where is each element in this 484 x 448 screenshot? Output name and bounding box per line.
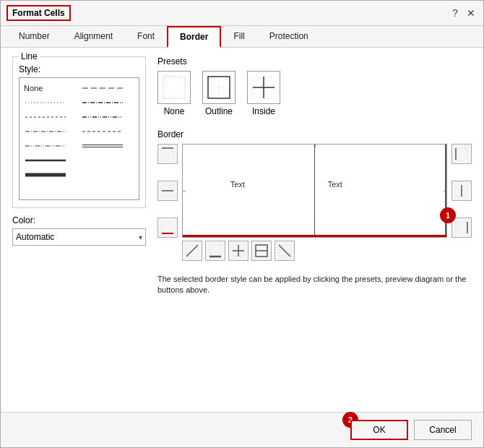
svg-rect-19 xyxy=(162,148,173,160)
tab-number[interactable]: Number xyxy=(7,26,62,48)
presets-section: Presets None xyxy=(157,56,472,119)
ok-button[interactable]: OK xyxy=(350,420,408,440)
line-styles-list[interactable]: None xyxy=(19,77,139,200)
color-value: Automatic xyxy=(16,232,54,242)
border-btn-center-h[interactable] xyxy=(228,241,249,261)
line-dash-dot[interactable] xyxy=(22,124,79,139)
preset-none-icon xyxy=(157,71,191,104)
color-section: Color: Automatic ▾ xyxy=(12,215,146,246)
border-btn-center-v[interactable] xyxy=(251,241,272,261)
presets-row: None Outline xyxy=(157,71,472,116)
border-btn-top[interactable] xyxy=(157,144,178,164)
line-slanted-dash-sample xyxy=(81,126,124,137)
preview-vert-line xyxy=(314,145,315,237)
border-btn-bottom[interactable] xyxy=(157,217,178,238)
svg-rect-23 xyxy=(162,222,173,233)
color-label: Color: xyxy=(12,215,146,225)
line-thick-sample xyxy=(24,170,67,180)
color-dropdown[interactable]: Automatic ▾ xyxy=(12,228,146,246)
left-panel: Line Style: None xyxy=(12,56,146,403)
line-group-label: Line xyxy=(19,51,40,61)
line-medium-dash-dot-dot-sample xyxy=(81,112,124,122)
title-bar: Format Cells ? ✕ xyxy=(1,1,483,26)
line-group: Line Style: None xyxy=(12,56,146,208)
svg-rect-33 xyxy=(209,245,221,257)
hint-text: The selected border style can be applied… xyxy=(157,274,472,296)
border-buttons-bottom xyxy=(182,241,472,261)
border-area: Text Text 1 xyxy=(157,144,472,238)
line-none[interactable]: None xyxy=(22,81,79,95)
right-panel: Presets None xyxy=(157,56,472,403)
line-small-dash-sample xyxy=(24,112,67,122)
border-btn-right[interactable] xyxy=(451,217,472,238)
preset-inside[interactable]: Inside xyxy=(247,71,280,116)
svg-rect-25 xyxy=(456,148,467,160)
preview-text-left: Text xyxy=(230,180,245,189)
line-dot[interactable] xyxy=(22,95,79,110)
svg-rect-29 xyxy=(456,222,467,233)
line-double[interactable] xyxy=(79,139,137,153)
title-controls: ? ✕ xyxy=(449,7,477,20)
border-preview-wrapper: Text Text 1 xyxy=(182,144,447,238)
line-dash-dot-dot[interactable] xyxy=(22,139,79,153)
preset-outline[interactable]: Outline xyxy=(202,71,235,116)
svg-line-32 xyxy=(186,245,198,257)
preview-bottom-line xyxy=(183,235,446,237)
line-dash-dot-dot-sample xyxy=(24,141,67,151)
tab-protection[interactable]: Protection xyxy=(257,26,321,48)
border-btn-middle-v[interactable] xyxy=(451,181,472,201)
line-row-1: None xyxy=(22,81,136,182)
presets-label: Presets xyxy=(157,56,472,66)
footer: 2 OK Cancel xyxy=(1,412,483,447)
dialog-content: Line Style: None xyxy=(1,48,483,412)
preset-none[interactable]: None xyxy=(157,71,191,116)
badge-1: 1 xyxy=(440,207,456,223)
left-tick xyxy=(182,191,186,191)
preset-outline-label: Outline xyxy=(205,106,233,116)
tab-border[interactable]: Border xyxy=(167,26,221,48)
line-medium-dash-dot[interactable] xyxy=(79,95,137,110)
line-dash-dot-sample xyxy=(24,126,67,137)
tab-fill[interactable]: Fill xyxy=(221,26,256,48)
border-btn-left[interactable] xyxy=(451,144,472,164)
border-btn-middle-h[interactable] xyxy=(157,181,178,201)
preset-none-label: None xyxy=(164,106,185,116)
border-label: Border xyxy=(157,129,472,139)
border-preview[interactable]: Text Text xyxy=(182,144,447,238)
line-double-sample xyxy=(81,141,124,151)
ok-badge-wrapper: 2 OK xyxy=(350,420,408,440)
border-buttons-right xyxy=(451,144,472,238)
svg-rect-12 xyxy=(163,77,185,98)
border-section: Border xyxy=(157,129,472,261)
border-btn-diag-down[interactable] xyxy=(182,241,202,261)
line-medium-sample xyxy=(24,155,67,165)
line-thick[interactable] xyxy=(22,168,79,182)
tab-bar: Number Alignment Font Border Fill Protec… xyxy=(1,26,483,48)
help-button[interactable]: ? xyxy=(449,7,462,20)
preview-text-right: Text xyxy=(328,180,342,189)
line-medium-dash-dot-sample xyxy=(81,98,124,108)
line-slanted-dash[interactable] xyxy=(79,124,137,139)
color-dropdown-arrow: ▾ xyxy=(139,233,142,241)
line-medium[interactable] xyxy=(22,153,79,168)
svg-line-41 xyxy=(279,245,290,257)
dialog-title: Format Cells xyxy=(7,5,71,21)
cancel-button[interactable]: Cancel xyxy=(414,420,472,440)
style-label: Style: xyxy=(19,64,139,74)
top-tick xyxy=(315,144,316,147)
line-dot-sample xyxy=(24,98,67,108)
line-medium-dash[interactable] xyxy=(79,81,137,95)
line-medium-dash-sample xyxy=(81,83,124,93)
preset-inside-label: Inside xyxy=(252,106,275,116)
border-btn-bottom-thick[interactable] xyxy=(205,241,225,261)
border-btn-diag-up[interactable] xyxy=(275,241,295,261)
line-small-dash[interactable] xyxy=(22,110,79,124)
tab-alignment[interactable]: Alignment xyxy=(62,26,125,48)
main-row: Line Style: None xyxy=(12,56,472,403)
tab-font[interactable]: Font xyxy=(125,26,167,48)
close-button[interactable]: ✕ xyxy=(464,7,477,20)
format-cells-dialog: Format Cells ? ✕ Number Alignment Font B… xyxy=(0,0,484,448)
preset-outline-icon xyxy=(202,71,235,104)
preset-inside-icon xyxy=(247,71,280,104)
line-medium-dash-dot-dot[interactable] xyxy=(79,110,137,124)
